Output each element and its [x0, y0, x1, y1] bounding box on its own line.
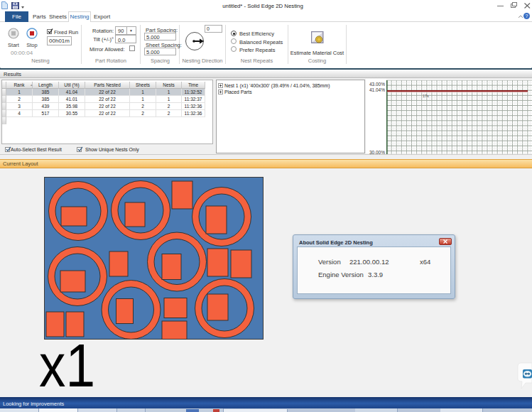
svg-text:17s: 17s: [423, 94, 429, 98]
